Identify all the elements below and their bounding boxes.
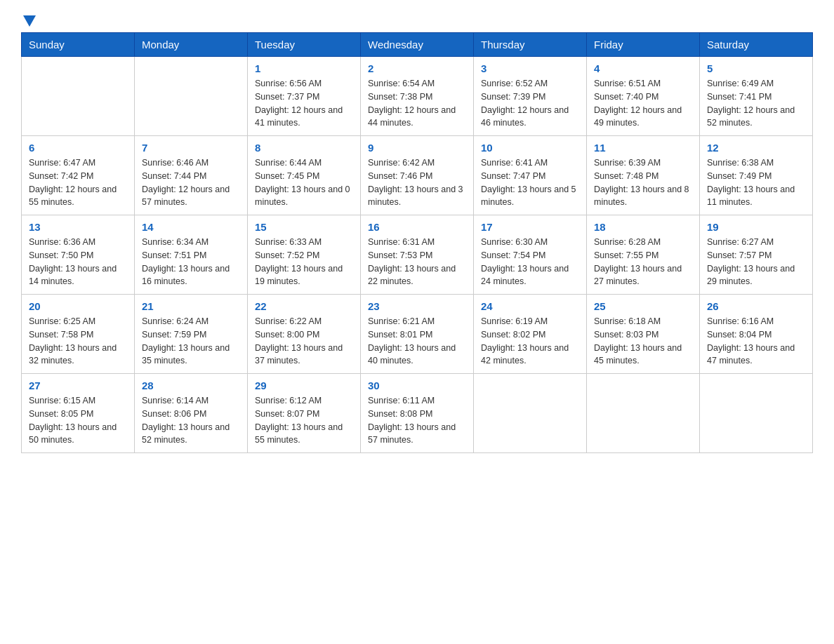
day-info: Sunrise: 6:52 AMSunset: 7:39 PMDaylight:…	[481, 77, 579, 130]
week-row-2: 6Sunrise: 6:47 AMSunset: 7:42 PMDaylight…	[22, 136, 813, 215]
day-number: 15	[255, 221, 353, 233]
calendar-table: SundayMondayTuesdayWednesdayThursdayFrid…	[21, 32, 813, 453]
day-number: 4	[594, 62, 692, 74]
calendar-cell: 7Sunrise: 6:46 AMSunset: 7:44 PMDaylight…	[135, 136, 248, 215]
weekday-header-tuesday: Tuesday	[248, 33, 361, 57]
calendar-cell: 2Sunrise: 6:54 AMSunset: 7:38 PMDaylight…	[361, 57, 474, 136]
logo	[21, 14, 36, 25]
day-number: 17	[481, 221, 579, 233]
weekday-header-friday: Friday	[587, 33, 700, 57]
day-number: 6	[29, 142, 127, 154]
day-number: 8	[255, 142, 353, 154]
calendar-cell: 26Sunrise: 6:16 AMSunset: 8:04 PMDayligh…	[700, 295, 813, 374]
day-number: 26	[707, 300, 805, 312]
day-info: Sunrise: 6:51 AMSunset: 7:40 PMDaylight:…	[594, 77, 692, 130]
calendar-cell	[135, 57, 248, 136]
calendar-cell: 18Sunrise: 6:28 AMSunset: 7:55 PMDayligh…	[587, 215, 700, 295]
day-info: Sunrise: 6:28 AMSunset: 7:55 PMDaylight:…	[594, 236, 692, 288]
day-info: Sunrise: 6:16 AMSunset: 8:04 PMDaylight:…	[707, 315, 805, 368]
weekday-header-monday: Monday	[135, 33, 248, 57]
day-number: 22	[255, 300, 353, 312]
day-info: Sunrise: 6:31 AMSunset: 7:53 PMDaylight:…	[368, 236, 466, 288]
calendar-cell: 14Sunrise: 6:34 AMSunset: 7:51 PMDayligh…	[135, 215, 248, 295]
calendar-cell: 10Sunrise: 6:41 AMSunset: 7:47 PMDayligh…	[474, 136, 587, 215]
calendar-cell: 6Sunrise: 6:47 AMSunset: 7:42 PMDaylight…	[22, 136, 135, 215]
day-number: 13	[29, 221, 127, 233]
calendar-cell: 15Sunrise: 6:33 AMSunset: 7:52 PMDayligh…	[248, 215, 361, 295]
calendar-cell	[474, 374, 587, 453]
logo-arrow-icon	[23, 15, 36, 27]
day-number: 24	[481, 300, 579, 312]
day-number: 3	[481, 62, 579, 74]
weekday-header-wednesday: Wednesday	[361, 33, 474, 57]
day-info: Sunrise: 6:19 AMSunset: 8:02 PMDaylight:…	[481, 315, 579, 368]
week-row-5: 27Sunrise: 6:15 AMSunset: 8:05 PMDayligh…	[22, 374, 813, 453]
calendar-cell: 23Sunrise: 6:21 AMSunset: 8:01 PMDayligh…	[361, 295, 474, 374]
page-header	[21, 14, 813, 25]
day-info: Sunrise: 6:22 AMSunset: 8:00 PMDaylight:…	[255, 315, 353, 368]
day-info: Sunrise: 6:44 AMSunset: 7:45 PMDaylight:…	[255, 156, 353, 209]
day-info: Sunrise: 6:11 AMSunset: 8:08 PMDaylight:…	[368, 394, 466, 447]
calendar-cell: 20Sunrise: 6:25 AMSunset: 7:58 PMDayligh…	[22, 295, 135, 374]
day-number: 19	[707, 221, 805, 233]
day-number: 11	[594, 142, 692, 154]
calendar-cell: 22Sunrise: 6:22 AMSunset: 8:00 PMDayligh…	[248, 295, 361, 374]
day-number: 28	[142, 380, 240, 391]
weekday-header-sunday: Sunday	[22, 33, 135, 57]
day-info: Sunrise: 6:12 AMSunset: 8:07 PMDaylight:…	[255, 394, 353, 447]
day-number: 18	[594, 221, 692, 233]
calendar-cell: 13Sunrise: 6:36 AMSunset: 7:50 PMDayligh…	[22, 215, 135, 295]
calendar-cell: 12Sunrise: 6:38 AMSunset: 7:49 PMDayligh…	[700, 136, 813, 215]
weekday-header-saturday: Saturday	[700, 33, 813, 57]
calendar-cell: 27Sunrise: 6:15 AMSunset: 8:05 PMDayligh…	[22, 374, 135, 453]
day-info: Sunrise: 6:49 AMSunset: 7:41 PMDaylight:…	[707, 77, 805, 130]
day-number: 27	[29, 380, 127, 391]
calendar-cell: 1Sunrise: 6:56 AMSunset: 7:37 PMDaylight…	[248, 57, 361, 136]
calendar-cell: 11Sunrise: 6:39 AMSunset: 7:48 PMDayligh…	[587, 136, 700, 215]
calendar-cell: 25Sunrise: 6:18 AMSunset: 8:03 PMDayligh…	[587, 295, 700, 374]
day-number: 10	[481, 142, 579, 154]
day-info: Sunrise: 6:14 AMSunset: 8:06 PMDaylight:…	[142, 394, 240, 447]
day-info: Sunrise: 6:18 AMSunset: 8:03 PMDaylight:…	[594, 315, 692, 368]
calendar-cell: 28Sunrise: 6:14 AMSunset: 8:06 PMDayligh…	[135, 374, 248, 453]
day-number: 2	[368, 62, 466, 74]
day-number: 30	[368, 380, 466, 391]
day-info: Sunrise: 6:27 AMSunset: 7:57 PMDaylight:…	[707, 236, 805, 288]
day-info: Sunrise: 6:42 AMSunset: 7:46 PMDaylight:…	[368, 156, 466, 209]
calendar-cell: 16Sunrise: 6:31 AMSunset: 7:53 PMDayligh…	[361, 215, 474, 295]
day-info: Sunrise: 6:39 AMSunset: 7:48 PMDaylight:…	[594, 156, 692, 209]
day-info: Sunrise: 6:24 AMSunset: 7:59 PMDaylight:…	[142, 315, 240, 368]
calendar-cell: 4Sunrise: 6:51 AMSunset: 7:40 PMDaylight…	[587, 57, 700, 136]
day-number: 16	[368, 221, 466, 233]
calendar-cell: 17Sunrise: 6:30 AMSunset: 7:54 PMDayligh…	[474, 215, 587, 295]
day-number: 1	[255, 62, 353, 74]
day-info: Sunrise: 6:54 AMSunset: 7:38 PMDaylight:…	[368, 77, 466, 130]
day-info: Sunrise: 6:25 AMSunset: 7:58 PMDaylight:…	[29, 315, 127, 368]
calendar-cell	[587, 374, 700, 453]
weekday-header-row: SundayMondayTuesdayWednesdayThursdayFrid…	[22, 33, 813, 57]
day-info: Sunrise: 6:34 AMSunset: 7:51 PMDaylight:…	[142, 236, 240, 288]
day-number: 5	[707, 62, 805, 74]
day-info: Sunrise: 6:46 AMSunset: 7:44 PMDaylight:…	[142, 156, 240, 209]
day-number: 29	[255, 380, 353, 391]
day-number: 9	[368, 142, 466, 154]
day-info: Sunrise: 6:36 AMSunset: 7:50 PMDaylight:…	[29, 236, 127, 288]
calendar-cell	[700, 374, 813, 453]
week-row-1: 1Sunrise: 6:56 AMSunset: 7:37 PMDaylight…	[22, 57, 813, 136]
calendar-cell: 8Sunrise: 6:44 AMSunset: 7:45 PMDaylight…	[248, 136, 361, 215]
calendar-cell: 3Sunrise: 6:52 AMSunset: 7:39 PMDaylight…	[474, 57, 587, 136]
calendar-cell: 21Sunrise: 6:24 AMSunset: 7:59 PMDayligh…	[135, 295, 248, 374]
day-number: 20	[29, 300, 127, 312]
day-number: 25	[594, 300, 692, 312]
day-number: 12	[707, 142, 805, 154]
day-info: Sunrise: 6:33 AMSunset: 7:52 PMDaylight:…	[255, 236, 353, 288]
day-info: Sunrise: 6:21 AMSunset: 8:01 PMDaylight:…	[368, 315, 466, 368]
day-info: Sunrise: 6:47 AMSunset: 7:42 PMDaylight:…	[29, 156, 127, 209]
calendar-cell: 19Sunrise: 6:27 AMSunset: 7:57 PMDayligh…	[700, 215, 813, 295]
day-info: Sunrise: 6:30 AMSunset: 7:54 PMDaylight:…	[481, 236, 579, 288]
day-number: 23	[368, 300, 466, 312]
calendar-cell: 30Sunrise: 6:11 AMSunset: 8:08 PMDayligh…	[361, 374, 474, 453]
day-info: Sunrise: 6:56 AMSunset: 7:37 PMDaylight:…	[255, 77, 353, 130]
day-info: Sunrise: 6:15 AMSunset: 8:05 PMDaylight:…	[29, 394, 127, 447]
calendar-cell: 9Sunrise: 6:42 AMSunset: 7:46 PMDaylight…	[361, 136, 474, 215]
